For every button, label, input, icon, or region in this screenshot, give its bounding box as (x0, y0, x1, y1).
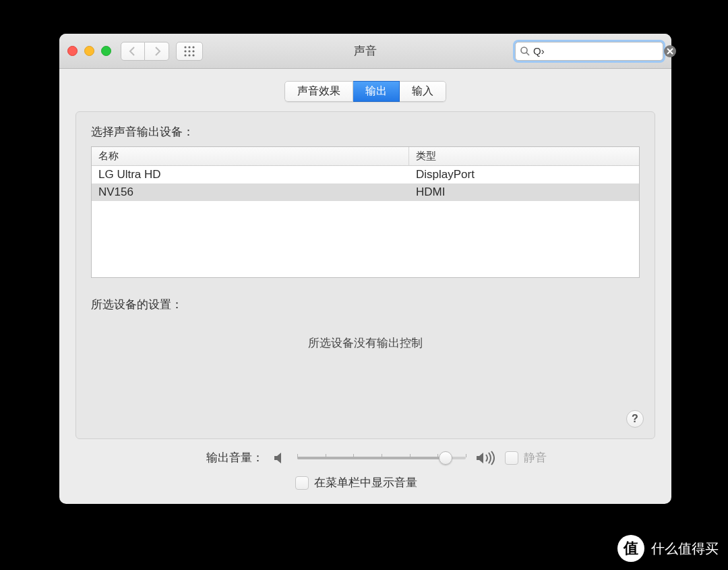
table-body: LG Ultra HD DisplayPort NV156 HDMI (92, 166, 639, 277)
svg-point-7 (188, 54, 190, 56)
column-type[interactable]: 类型 (409, 147, 639, 165)
search-input[interactable] (530, 45, 664, 57)
show-in-menubar-label: 在菜单栏中显示音量 (314, 475, 417, 490)
speaker-max-icon (475, 451, 495, 465)
watermark: 值 什么值得买 (617, 535, 719, 562)
search-field[interactable] (515, 42, 663, 61)
output-volume-slider[interactable] (297, 451, 466, 465)
svg-point-8 (192, 54, 194, 56)
svg-point-5 (192, 50, 194, 52)
table-row[interactable]: NV156 HDMI (92, 183, 639, 201)
chevron-right-icon (153, 47, 161, 56)
selected-device-settings-label: 所选设备的设置： (91, 297, 640, 312)
close-button[interactable] (67, 46, 78, 56)
search-icon (520, 46, 530, 57)
device-type: DisplayPort (409, 166, 639, 183)
back-button[interactable] (121, 42, 145, 61)
zoom-button[interactable] (101, 46, 111, 56)
tab-output[interactable]: 输出 (353, 81, 400, 102)
no-controls-message: 所选设备没有输出控制 (91, 335, 640, 351)
output-group: 选择声音输出设备： 名称 类型 LG Ultra HD DisplayPort … (75, 111, 655, 439)
svg-point-2 (192, 46, 194, 48)
column-name[interactable]: 名称 (92, 147, 409, 165)
show-in-menubar-group[interactable]: 在菜单栏中显示音量 (295, 475, 639, 490)
slider-knob[interactable] (439, 451, 452, 465)
grid-icon (183, 45, 195, 57)
traffic-lights (67, 46, 111, 56)
output-volume-label: 输出音量： (206, 450, 264, 465)
svg-point-1 (188, 46, 190, 48)
output-section-label: 选择声音输出设备： (91, 124, 640, 140)
mute-checkbox[interactable] (505, 451, 518, 465)
nav-buttons (121, 42, 169, 61)
tab-bar: 声音效果 输出 输入 (284, 81, 446, 102)
svg-point-0 (184, 46, 186, 48)
table-row[interactable]: LG Ultra HD DisplayPort (92, 166, 639, 183)
mute-checkbox-group[interactable]: 静音 (505, 450, 547, 465)
show-in-menubar-checkbox[interactable] (295, 476, 309, 490)
forward-button[interactable] (145, 42, 169, 61)
close-icon (667, 48, 673, 55)
device-type: HDMI (409, 183, 639, 201)
svg-point-9 (521, 47, 527, 53)
watermark-badge: 值 (617, 535, 644, 562)
watermark-text: 什么值得买 (651, 540, 719, 558)
clear-search-button[interactable] (664, 45, 676, 57)
footer: 输出音量： (75, 439, 655, 493)
speaker-min-icon (273, 451, 288, 465)
preferences-window: 声音 声音效果 输出 输入 选择声音输出设备： 名称 类型 (59, 34, 671, 504)
minimize-button[interactable] (84, 46, 94, 56)
content-area: 声音效果 输出 输入 选择声音输出设备： 名称 类型 LG Ultra HD D… (59, 69, 671, 504)
show-all-button[interactable] (176, 42, 203, 61)
help-button[interactable]: ? (626, 410, 644, 428)
output-device-table: 名称 类型 LG Ultra HD DisplayPort NV156 HDMI (91, 146, 640, 278)
device-name: NV156 (92, 183, 409, 201)
tab-sound-effects[interactable]: 声音效果 (284, 81, 353, 102)
device-name: LG Ultra HD (92, 166, 409, 183)
svg-line-10 (526, 53, 529, 55)
table-header: 名称 类型 (92, 147, 639, 166)
tab-input[interactable]: 输入 (400, 81, 446, 102)
titlebar: 声音 (59, 34, 671, 69)
chevron-left-icon (129, 47, 137, 56)
svg-point-3 (184, 50, 186, 52)
output-volume-row: 输出音量： (206, 450, 639, 465)
svg-point-6 (184, 54, 186, 56)
svg-point-4 (188, 50, 190, 52)
mute-label: 静音 (524, 450, 547, 465)
